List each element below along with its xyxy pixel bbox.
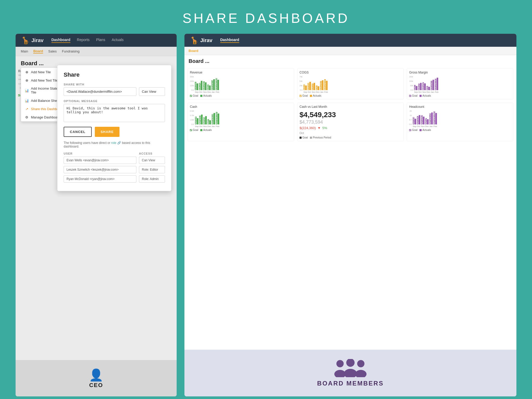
right-cash-vs-tile: Cash vs Last Month $4,549,233 $4,773,594…	[297, 103, 404, 141]
cash-change-arrow: ▼	[317, 126, 321, 130]
right-board-section: Board ...	[184, 55, 516, 68]
access-field-1[interactable]	[139, 157, 165, 164]
modal-footer-text: The following users have direct or role …	[64, 141, 165, 148]
share-button[interactable]: SHARE	[95, 127, 119, 137]
user-field-3[interactable]	[64, 175, 136, 183]
right-tab-board[interactable]: Board	[189, 49, 198, 53]
plus-circle-icon: ⊕	[25, 70, 29, 74]
right-nav-dashboard[interactable]: Dashboard	[220, 38, 239, 43]
user-col-header: USER	[64, 152, 139, 155]
right-panel: 🦒 Jirav Dashboard Board Board ... Revenu…	[184, 34, 516, 396]
cancel-button[interactable]: CANCEL	[64, 127, 92, 137]
optional-message-label: OPTIONAL MESSAGE	[64, 99, 165, 103]
page-title: SHARE DASHBOARD	[0, 0, 532, 34]
gear-icon: ⚙	[25, 115, 29, 119]
board-members-label: BOARD MEMBERS	[317, 380, 384, 387]
table-row	[64, 166, 165, 173]
right-board-title: Board ...	[189, 58, 512, 64]
right-gross-margin-tile: Gross Margin 280k190k93k0.0	[407, 68, 513, 99]
right-cash-title: Cash	[190, 105, 292, 109]
user-table: USER ACCESS	[64, 152, 165, 183]
right-subnav: Board	[184, 47, 516, 55]
cash-vs-main-value: $4,549,233	[300, 111, 401, 119]
svg-point-4	[357, 360, 364, 367]
right-revenue-title: Revenue	[190, 71, 292, 74]
right-gross-margin-title: Gross Margin	[409, 71, 511, 74]
board-members-svg	[332, 359, 369, 377]
right-charts-grid: Revenue 360k240k120k0.0 Sep	[184, 68, 516, 144]
svg-point-3	[344, 369, 357, 377]
access-field-3[interactable]	[139, 175, 165, 183]
user-field-2[interactable]	[64, 166, 136, 173]
board-members-section: BOARD MEMBERS	[184, 350, 516, 396]
bar-chart-icon: 📊	[25, 88, 29, 92]
cash-vs-period: Oct	[300, 131, 401, 135]
right-cogs-title: COGS	[300, 71, 401, 74]
right-headcount-title: Headcount	[409, 105, 511, 109]
board-members-icons	[332, 359, 369, 377]
right-revenue-tile: Revenue 360k240k120k0.0 Sep	[188, 68, 294, 99]
share-with-label: SHARE WITH	[64, 83, 165, 86]
access-col-header: ACCESS	[139, 152, 165, 155]
optional-message-input[interactable]: Hi David, this is the awesome tool I was…	[64, 104, 165, 122]
main-layout: 🦒 Jirav Dashboard Reports Plans Actuals …	[0, 34, 532, 396]
table-row	[64, 175, 165, 183]
left-panel: 🦒 Jirav Dashboard Reports Plans Actuals …	[16, 34, 177, 396]
right-cash-vs-title: Cash vs Last Month	[300, 105, 401, 109]
plus-circle-icon-2: ⊕	[25, 78, 29, 82]
svg-point-2	[346, 359, 355, 367]
cash-change-amount: $(224,360)	[300, 126, 316, 130]
cash-change-pct: 5%	[322, 126, 327, 130]
right-navbar: 🦒 Jirav Dashboard	[184, 34, 516, 47]
right-giraffe-icon: 🦒	[190, 36, 199, 45]
share-with-input[interactable]	[64, 87, 136, 96]
svg-point-0	[336, 360, 344, 367]
right-cash-tile: Cash 5.5M3.7M1.8M0.0 SepOct	[188, 103, 294, 141]
role-link[interactable]: role 🔗	[111, 141, 121, 145]
right-cogs-tile: COGS 79k53k26k0.0 SepOctNov	[297, 68, 404, 99]
share-modal: Share SHARE WITH OPTIONAL MESSAGE Hi Dav…	[57, 65, 171, 191]
bar-chart-icon-2: 📊	[25, 98, 29, 103]
access-field-2[interactable]	[139, 166, 165, 173]
right-logo-text: Jirav	[200, 37, 212, 43]
share-icon: ↗	[25, 107, 29, 111]
cash-vs-sub-value: $4,773,594	[300, 119, 401, 125]
access-input[interactable]	[139, 87, 165, 96]
svg-point-5	[355, 370, 367, 377]
share-modal-title: Share	[64, 71, 165, 78]
right-logo: 🦒 Jirav	[190, 36, 212, 45]
right-navbar-links: Dashboard	[220, 38, 239, 43]
user-field-1[interactable]	[64, 157, 136, 164]
right-headcount-tile: Headcount 29199.70.0 SepOct	[407, 103, 513, 141]
table-row	[64, 157, 165, 164]
